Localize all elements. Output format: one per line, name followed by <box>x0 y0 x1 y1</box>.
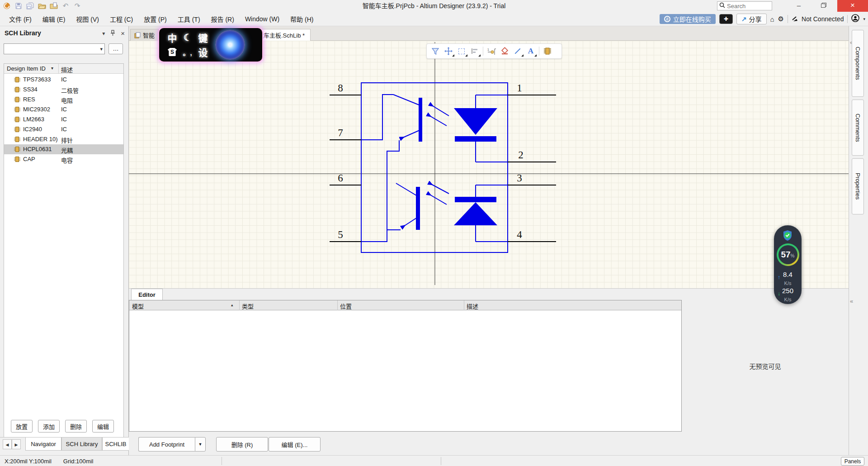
ime-key-glyph[interactable]: 键 <box>198 31 208 44</box>
filter-icon[interactable] <box>430 46 440 56</box>
led-diode-top[interactable] <box>454 95 508 162</box>
column-location[interactable]: 位置 <box>340 302 352 310</box>
list-item[interactable]: IC2940IC <box>4 124 123 134</box>
ime-chinese-mode[interactable]: 中 <box>168 31 177 44</box>
model-table-header[interactable]: 模型 ▴ 类型 位置 描述 <box>129 300 681 310</box>
column-divider[interactable] <box>464 300 464 310</box>
moon-icon[interactable]: ☾ <box>184 32 192 43</box>
right-pins[interactable] <box>508 95 556 242</box>
edit-button[interactable]: 编辑 <box>92 420 114 433</box>
menu-tools[interactable]: 工具 (T) <box>173 13 205 25</box>
menu-help[interactable]: 帮助 (H) <box>286 13 318 25</box>
list-item[interactable]: RES电阻 <box>4 95 123 105</box>
system-monitor-widget[interactable]: 57% ↑ 8.4K/s ↓ 250K/s <box>774 225 802 304</box>
menu-edit[interactable]: 编辑 (E) <box>38 13 70 25</box>
column-divider[interactable] <box>58 64 59 74</box>
place-line-icon[interactable] <box>513 46 523 56</box>
column-filter-caret-icon[interactable]: ▾ <box>51 66 53 71</box>
column-description[interactable]: 描述 <box>467 302 478 310</box>
place-button[interactable]: 放置 <box>11 420 33 433</box>
library-filter-combo[interactable]: ▾ <box>4 43 105 54</box>
tab-comments[interactable]: Comments <box>852 100 864 156</box>
combo-caret-icon[interactable]: ▾ <box>100 46 103 52</box>
column-divider[interactable] <box>239 300 240 310</box>
add-button[interactable]: 添加 <box>38 420 60 433</box>
column-design-item-id[interactable]: Design Item ID <box>7 65 46 72</box>
save-icon[interactable] <box>14 2 23 10</box>
tab-schlib[interactable]: SCHLIB <box>102 437 129 451</box>
user-account-icon[interactable] <box>851 14 859 24</box>
move-icon[interactable] <box>443 46 453 56</box>
align-icon[interactable] <box>470 46 480 56</box>
library-browse-button[interactable]: … <box>108 43 123 54</box>
restore-button[interactable] <box>812 0 835 12</box>
minimize-button[interactable]: – <box>788 0 810 12</box>
menu-window[interactable]: Window (W) <box>241 14 284 24</box>
close-button[interactable]: × <box>837 0 868 12</box>
tab-scroll-right-icon[interactable]: ▶ <box>12 439 21 449</box>
undo-icon[interactable]: ↶ <box>61 2 70 10</box>
feedback-icon[interactable]: ✚ <box>719 14 733 24</box>
shirt-icon[interactable]: S <box>168 48 177 56</box>
settings-gear-icon[interactable]: ⚙ <box>778 15 784 23</box>
hcpl0631-symbol[interactable]: 8 7 6 5 1 2 3 4 <box>129 41 849 288</box>
list-header[interactable]: Design Item ID ▾ 描述 <box>4 64 123 74</box>
column-divider[interactable] <box>337 300 338 310</box>
place-text-icon[interactable]: A <box>526 46 536 56</box>
left-pins[interactable] <box>330 95 361 242</box>
buy-online-button[interactable]: a 立即在线购买 <box>660 14 716 24</box>
panel-menu-caret-icon[interactable]: ▾ <box>102 30 105 37</box>
save-all-icon[interactable] <box>26 2 34 10</box>
ime-logo-orb[interactable] <box>215 30 245 60</box>
list-item-selected[interactable]: HCPL0631光耦 <box>4 144 123 154</box>
add-footprint-caret[interactable]: ▼ <box>195 437 206 452</box>
list-item[interactable]: HEADER 10)排针 <box>4 134 123 144</box>
menu-reports[interactable]: 报告 (R) <box>207 13 239 25</box>
tab-project-doc[interactable]: 智能 <box>130 29 159 41</box>
close-panel-icon[interactable]: × <box>121 29 125 37</box>
phototransistor-top[interactable] <box>361 95 449 242</box>
share-button[interactable]: ↗ 分享 <box>736 14 767 24</box>
home-icon[interactable]: ⌂ <box>770 15 774 23</box>
editor-tab[interactable]: Editor <box>131 289 163 300</box>
panels-button[interactable]: Panels <box>841 457 864 466</box>
column-type[interactable]: 类型 <box>242 302 254 310</box>
global-search-box[interactable] <box>717 1 772 10</box>
tab-scroll-left-icon[interactable]: ◀ <box>3 439 12 449</box>
led-diode-bottom[interactable] <box>454 185 508 242</box>
collapse-chevron-icon[interactable]: « <box>850 298 853 304</box>
search-input[interactable] <box>727 3 768 10</box>
menu-place[interactable]: 放置 (P) <box>139 13 171 25</box>
list-item[interactable]: MIC29302IC <box>4 105 123 114</box>
place-pin-icon[interactable]: 1 <box>486 46 496 56</box>
menu-project[interactable]: 工程 (C) <box>105 13 137 25</box>
pin-panel-icon[interactable] <box>110 30 115 37</box>
list-item[interactable]: CAP电容 <box>4 154 123 164</box>
connection-status[interactable]: Not Connected <box>792 15 844 23</box>
column-model[interactable]: 模型 <box>132 302 144 310</box>
column-description[interactable]: 描述 <box>61 65 73 74</box>
no-erc-icon[interactable] <box>500 46 509 56</box>
redo-icon[interactable]: ↷ <box>73 2 81 10</box>
add-footprint-button[interactable]: Add Footprint <box>138 437 195 452</box>
menu-view[interactable]: 视图 (V) <box>71 13 104 25</box>
select-area-icon[interactable] <box>457 46 467 56</box>
ime-punctuation[interactable]: 。, <box>183 48 192 57</box>
list-item[interactable]: LM2663IC <box>4 114 123 124</box>
remove-model-button[interactable]: 删除 (R) <box>216 437 268 452</box>
open-document-icon[interactable] <box>50 2 58 10</box>
menu-file[interactable]: 文件 (F) <box>5 13 36 25</box>
tab-components[interactable]: Components <box>852 30 864 97</box>
ime-settings-glyph[interactable]: 设 <box>198 45 208 59</box>
open-folder-icon[interactable] <box>38 2 46 10</box>
tab-properties[interactable]: Properties <box>852 158 864 214</box>
list-item[interactable]: TPS73633IC <box>4 75 123 85</box>
list-item[interactable]: SS34二极管 <box>4 85 123 95</box>
delete-button[interactable]: 删除 <box>65 420 87 433</box>
place-part-icon[interactable] <box>542 46 552 56</box>
tab-sch-library[interactable]: SCH Library <box>61 437 102 451</box>
phototransistor-bottom[interactable] <box>387 183 449 242</box>
user-caret-icon[interactable]: ▾ <box>863 17 865 21</box>
tab-navigator[interactable]: Navigator <box>25 437 61 451</box>
edit-model-button[interactable]: 编辑 (E)... <box>269 437 321 452</box>
